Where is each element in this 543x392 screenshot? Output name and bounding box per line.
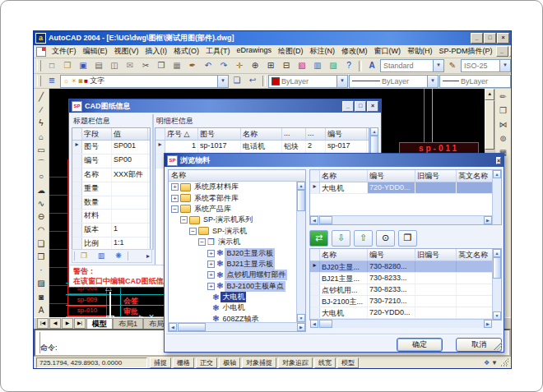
collapse-icon[interactable]: − [180,216,188,224]
collapse-icon[interactable]: − [189,228,197,235]
construction-line-icon[interactable]: ∕ [34,104,49,117]
tree-item-3[interactable]: −SP-演示机系列 [169,214,296,225]
undo-icon[interactable]: ↶ [201,59,216,73]
menu-item-11[interactable]: 帮助(H) [404,45,436,58]
search-button[interactable]: ⊙ [376,230,395,247]
scroll-up-icon[interactable]: ▲ [493,249,501,257]
lineweight-combo[interactable]: ByLayer [439,75,511,88]
redo-icon[interactable]: ↷ [216,59,231,73]
open-button[interactable]: ❐ [398,230,417,247]
column-header-3[interactable]: ... [282,128,306,140]
plot-preview-icon[interactable]: ◫ [107,59,122,73]
dialog-minimize-button[interactable]: _ [342,101,354,112]
spline-icon[interactable]: ∿ [34,197,49,210]
scroll-down-icon[interactable]: ▼ [493,311,501,320]
arc-icon[interactable]: ⌒ [34,157,49,170]
tab-nav-3[interactable]: ▶| [74,318,86,329]
menu-item-3[interactable]: 插入(I) [142,45,171,58]
scroll-up-icon[interactable]: ▲ [370,127,378,136]
column-header-3[interactable]: 英文名称 [457,170,492,182]
column-header-0[interactable]: 序号 △ [165,128,198,140]
help-icon[interactable]: ? [341,59,356,73]
revcloud-icon[interactable]: ☁ [34,184,49,197]
selected-table-hscrollbar[interactable]: ◀ ▶ [310,215,492,224]
zoom-previous-icon[interactable]: ⊟ [279,59,294,73]
toggle-正交[interactable]: 正交 [196,357,217,368]
chevron-down-icon[interactable]: ▼ [336,76,347,87]
material-row-3[interactable]: BJ-2100主...730-7210... [310,296,492,307]
tree-item-12[interactable]: ❃608ZZ轴承 [169,314,296,322]
move-up-button[interactable]: ⇧ [354,230,373,247]
document-icon[interactable] [36,47,46,57]
tree-item-11[interactable]: ❃小电机 [169,302,296,313]
tab-模型[interactable]: 模型 [86,318,113,329]
scroll-up-icon[interactable]: ▲ [485,89,494,100]
properties-icon[interactable]: ▧ [295,59,309,73]
open-record-icon[interactable]: ❐ [77,250,91,263]
linetype-combo[interactable]: ByLayer ▼ [349,75,439,88]
menu-item-7[interactable]: 绘图(D) [275,45,307,58]
copy-object-icon[interactable]: ❐ [496,104,511,118]
chevron-down-icon[interactable]: ▼ [217,76,228,87]
toggle-极轴[interactable]: 极轴 [219,357,240,368]
toolbar-grip[interactable] [37,60,41,71]
doc-minimize-button[interactable]: _ [496,46,508,57]
material-row-4[interactable]: 大电机720-YDD0... [310,307,492,319]
pan-icon[interactable]: ✛ [232,59,247,73]
scroll-left-icon[interactable]: ◀ [310,216,318,224]
tree-item-6[interactable]: +❃BJ20主显示板 [169,247,296,258]
column-header-1[interactable]: 编号 [368,249,415,261]
tab-nav-2[interactable]: ▶ [62,318,73,329]
transfer-button[interactable]: ⇄ [309,230,328,247]
expand-icon[interactable]: + [207,271,215,279]
tree-header[interactable]: 名称 [171,170,186,181]
tree-vscrollbar[interactable]: ▲ ▼ [296,182,305,322]
insert-block-icon[interactable]: ❑ [34,238,49,251]
comm-center-icon[interactable]: ❖ [484,359,490,367]
resize-grip[interactable] [500,358,508,367]
copy-icon[interactable]: ❐ [154,59,169,73]
field-row-1[interactable]: 编号SP00 [72,154,150,168]
zoom-window-icon[interactable]: ⊞ [263,59,278,73]
scroll-right-icon[interactable]: ▶ [297,323,305,331]
dialog-close-button[interactable]: × [367,101,378,112]
offset-icon[interactable]: ⊚ [496,132,511,146]
zoom-realtime-icon[interactable]: ⊕ [248,59,262,73]
tree-item-8[interactable]: +❃点钞机用螺钉部件 [169,270,296,280]
line-icon[interactable]: ╱ [34,90,49,104]
settings-icon[interactable]: ❋ [111,250,126,263]
toolbar-grip[interactable] [37,76,41,87]
panel-splitter[interactable] [152,114,154,250]
footer-next-icon[interactable]: ▸ [146,252,150,260]
close-button[interactable]: × [497,33,509,44]
toggle-线宽[interactable]: 线宽 [314,357,336,368]
mtext-icon[interactable]: A [34,304,49,317]
ellipse-icon[interactable]: ⊖ [34,210,49,224]
doc-restore-button[interactable]: ❐ [509,46,511,57]
collapse-icon[interactable]: − [171,205,179,213]
menu-item-2[interactable]: 视图(V) [111,45,142,58]
field-row-4[interactable]: 数量 [72,196,150,210]
tree-item-5[interactable]: −❒演示机 [169,237,296,247]
column-header-1[interactable]: 编号 [368,170,415,182]
dialog-maximize-button[interactable]: □ [355,101,366,112]
designcenter-icon[interactable]: ▥ [310,59,325,73]
make-block-icon[interactable]: ❒ [34,251,49,264]
toggle-栅格[interactable]: 栅格 [173,357,194,368]
minimize-button[interactable]: _ [471,33,483,44]
make-layer-current-icon[interactable]: ❏ [230,74,244,88]
ok-button[interactable]: 确定 [397,338,443,352]
tree-item-4[interactable]: −SP-演示机 [169,226,296,237]
expand-icon[interactable]: + [171,183,179,191]
menu-item-4[interactable]: 格式(O) [170,45,202,58]
publish-icon[interactable]: ✉ [123,59,137,73]
tree-item-9[interactable]: +❃BJ-2100主板单点 [169,281,296,292]
text-style-combo[interactable]: Standard ▼ [380,59,444,72]
field-row-0[interactable]: ▸图号SP001 [72,141,150,154]
toggle-捕捉[interactable]: 捕捉 [150,357,171,368]
layer-combo[interactable]: ☼☀◙■ 文字 ▼ [60,75,229,88]
expand-icon[interactable]: + [207,250,215,257]
scrollbar-thumb[interactable] [297,190,305,211]
material-row-1[interactable]: BJ21主显...730-8233... [310,273,492,284]
menu-item-1[interactable]: 编辑(E) [80,45,111,58]
